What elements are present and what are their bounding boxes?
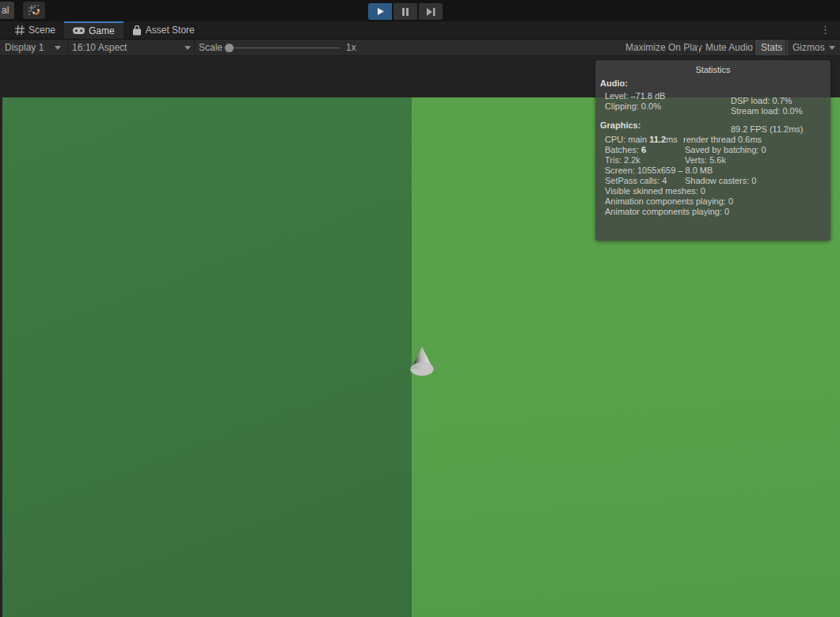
step-button[interactable] [419, 3, 443, 20]
statistics-title: Statistics [595, 65, 830, 74]
unity-editor-game-view: al [0, 0, 840, 617]
scale-slider-track[interactable] [227, 48, 340, 48]
clipped-toolbar-button[interactable]: al [0, 2, 14, 19]
grid-snap-icon [28, 4, 40, 17]
play-button[interactable] [368, 3, 392, 20]
play-controls [368, 3, 443, 20]
gamepad-icon [73, 27, 85, 35]
statistics-overlay: Statistics Audio: Level: –71.8 dB Clippi… [595, 60, 830, 241]
chevron-down-icon [55, 46, 61, 50]
toolbar-separator [698, 40, 699, 55]
chevron-down-icon [829, 46, 835, 50]
game-viewport: Statistics Audio: Level: –71.8 dB Clippi… [0, 56, 840, 617]
maximize-on-play-button[interactable]: Maximize On Play [620, 40, 708, 55]
fps-readout: 89.2 FPS (11.2ms) [731, 124, 804, 134]
pause-icon [401, 8, 409, 16]
screen-resolution: Screen: 1055x659 – 8.0 MB [605, 166, 713, 175]
saved-by-batching: Saved by batching: 0 [685, 145, 766, 154]
editor-topbar: al [0, 0, 840, 21]
scale-slider-thumb[interactable] [225, 44, 234, 52]
clipped-button-label: al [2, 5, 9, 16]
toolbar-separator [785, 40, 786, 55]
tab-scene[interactable]: Scene [6, 21, 64, 39]
pause-button[interactable] [393, 3, 417, 20]
audio-level: Level: –71.8 dB [605, 91, 665, 101]
animation-components-playing: Animation components playing: 0 [605, 196, 733, 206]
tab-game[interactable]: Game [64, 21, 124, 39]
cpu-main-time: 11.2 [649, 135, 666, 144]
tris-count: Tris: 2.2k [605, 155, 640, 165]
animator-components-playing: Animator components playing: 0 [605, 207, 729, 216]
verts-count: Verts: 5.6k [685, 155, 726, 165]
audio-section-heading: Audio: [600, 78, 628, 88]
tab-scene-label: Scene [29, 25, 55, 36]
audio-clipping: Clipping: 0.0% [605, 101, 661, 111]
visible-skinned-meshes: Visible skinned meshes: 0 [605, 186, 705, 196]
tab-asset-store-label: Asset Store [146, 25, 195, 36]
batches-line: Batches: 6 [605, 145, 646, 154]
cpu-time-line: CPU: main 11.2ms [605, 135, 678, 144]
setpass-calls: SetPass calls: 4 [605, 176, 667, 185]
toolbar-separator [194, 40, 195, 55]
step-icon [426, 8, 435, 16]
mute-audio-button[interactable]: Mute Audio [700, 40, 758, 55]
chevron-down-icon [184, 46, 191, 50]
toolbar-separator [754, 40, 754, 55]
view-tabbar: Scene Game Asset Store ⋮ [0, 21, 840, 40]
shadow-casters: Shadow casters: 0 [685, 176, 757, 185]
graphics-section-heading: Graphics: [600, 120, 640, 130]
tab-menu-kebab-icon[interactable]: ⋮ [820, 24, 830, 36]
tab-asset-store[interactable]: Asset Store [124, 21, 203, 39]
gizmos-dropdown-button[interactable]: Gizmos [787, 40, 840, 55]
tab-game-label: Game [89, 25, 115, 36]
ground-plane-dark-green [2, 97, 412, 617]
batches-value: 6 [641, 145, 646, 154]
stats-toggle-button[interactable]: Stats [755, 40, 788, 55]
play-icon [376, 7, 385, 16]
stream-load: Stream load: 0.0% [731, 106, 803, 116]
shopping-bag-icon [132, 25, 142, 36]
toolbar-separator [67, 40, 68, 55]
scene-icon [15, 25, 25, 35]
grid-snap-button[interactable] [23, 2, 45, 19]
display-dropdown-label: Display 1 [5, 42, 44, 53]
render-thread-time: render thread 0.6ms [683, 135, 762, 144]
display-dropdown[interactable]: Display 1 [5, 40, 61, 55]
aspect-ratio-dropdown[interactable]: 16:10 Aspect [72, 40, 191, 55]
scale-value: 1x [346, 40, 356, 55]
cone-game-object [409, 345, 435, 379]
game-view-toolbar: Display 1 16:10 Aspect Scale 1x Maximize… [0, 40, 840, 56]
dsp-load: DSP load: 0.7% [731, 96, 792, 105]
scale-label: Scale [199, 40, 222, 55]
aspect-dropdown-label: 16:10 Aspect [72, 42, 127, 53]
